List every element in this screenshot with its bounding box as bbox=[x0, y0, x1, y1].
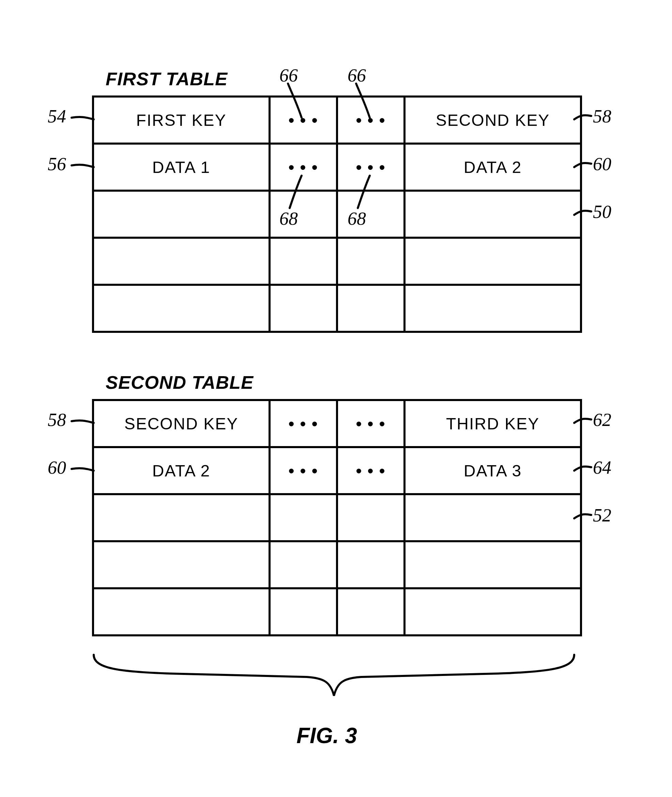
cell-empty bbox=[337, 238, 405, 285]
cell-empty bbox=[405, 191, 581, 238]
cell-empty bbox=[93, 494, 270, 541]
ref-60b: 60 bbox=[48, 457, 66, 478]
cell-empty bbox=[337, 588, 405, 635]
cell-empty bbox=[93, 541, 270, 588]
ref-64: 64 bbox=[593, 457, 611, 478]
cell-empty bbox=[93, 191, 270, 238]
ref-66b: 66 bbox=[347, 65, 366, 86]
table-row bbox=[93, 238, 581, 285]
cell-dots: • • • bbox=[337, 144, 405, 191]
table-row bbox=[93, 285, 581, 332]
first-table: FIRST KEY • • • • • • SECOND KEY DATA 1 … bbox=[92, 96, 582, 333]
table-row bbox=[93, 588, 581, 635]
cell-first-key: FIRST KEY bbox=[93, 96, 270, 144]
ref-50: 50 bbox=[593, 201, 611, 222]
ref-68a: 68 bbox=[280, 208, 298, 229]
ref-62: 62 bbox=[593, 409, 611, 430]
table-row bbox=[93, 494, 581, 541]
cell-empty bbox=[270, 588, 337, 635]
cell-empty bbox=[405, 588, 581, 635]
cell-empty bbox=[405, 238, 581, 285]
cell-dots: • • • bbox=[270, 96, 337, 144]
table-row: DATA 2 • • • • • • DATA 3 bbox=[93, 447, 581, 494]
cell-empty bbox=[93, 285, 270, 332]
cell-empty bbox=[270, 541, 337, 588]
cell-dots: • • • bbox=[270, 400, 337, 447]
cell-empty bbox=[337, 191, 405, 238]
cell-empty bbox=[270, 285, 337, 332]
figure-label: FIG. 3 bbox=[296, 723, 357, 748]
ref-54: 54 bbox=[48, 106, 66, 127]
cell-empty bbox=[93, 588, 270, 635]
cell-empty bbox=[405, 494, 581, 541]
ref-60a: 60 bbox=[593, 154, 611, 175]
cell-data-3: DATA 3 bbox=[405, 447, 581, 494]
cell-dots: • • • bbox=[337, 400, 405, 447]
cell-dots: • • • bbox=[337, 96, 405, 144]
cell-empty bbox=[337, 541, 405, 588]
first-table-title: FIRST TABLE bbox=[106, 68, 228, 89]
cell-empty bbox=[405, 541, 581, 588]
ref-66a: 66 bbox=[280, 65, 298, 86]
cell-empty bbox=[270, 238, 337, 285]
cell-empty bbox=[337, 285, 405, 332]
cell-dots: • • • bbox=[270, 447, 337, 494]
cell-empty bbox=[93, 238, 270, 285]
table-row: FIRST KEY • • • • • • SECOND KEY bbox=[93, 96, 581, 144]
table-row: DATA 1 • • • • • • DATA 2 bbox=[93, 144, 581, 191]
cell-data-2: DATA 2 bbox=[93, 447, 270, 494]
cell-data-1: DATA 1 bbox=[93, 144, 270, 191]
cell-dots: • • • bbox=[337, 447, 405, 494]
cell-empty bbox=[405, 285, 581, 332]
table-row bbox=[93, 191, 581, 238]
cell-second-key: SECOND KEY bbox=[405, 96, 581, 144]
second-table-title: SECOND TABLE bbox=[106, 372, 254, 393]
page: FIRST TABLE FIRST KEY • • • • • • SECOND… bbox=[0, 0, 672, 797]
cell-third-key: THIRD KEY bbox=[405, 400, 581, 447]
cell-data-2: DATA 2 bbox=[405, 144, 581, 191]
ref-52: 52 bbox=[593, 505, 611, 526]
cell-dots: • • • bbox=[270, 144, 337, 191]
cell-second-key: SECOND KEY bbox=[93, 400, 270, 447]
cell-empty bbox=[270, 494, 337, 541]
ref-56: 56 bbox=[48, 154, 66, 175]
second-table: SECOND KEY • • • • • • THIRD KEY DATA 2 … bbox=[92, 399, 582, 637]
table-row bbox=[93, 541, 581, 588]
cell-empty bbox=[337, 494, 405, 541]
table-row: SECOND KEY • • • • • • THIRD KEY bbox=[93, 400, 581, 447]
ref-58b: 58 bbox=[48, 409, 66, 430]
ref-58a: 58 bbox=[593, 106, 611, 127]
ref-68b: 68 bbox=[347, 208, 366, 229]
